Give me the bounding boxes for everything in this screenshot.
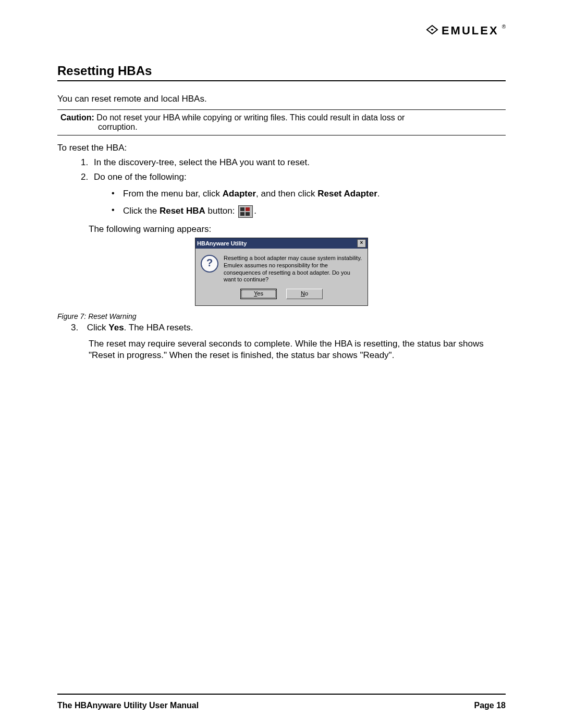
brand-logo-mark-icon [426,24,438,37]
opt1-bold2: Reset Adapter [317,189,377,199]
dialog-title: HBAnyware Utility [197,240,247,246]
opt1-pre: From the menu bar, click [123,189,223,199]
caution-line-2: corruption. [98,122,503,132]
footer-manual-title: The HBAnyware Utility User Manual [57,701,199,710]
step-2-option-button: Click the Reset HBA button: . [109,205,506,218]
caution-line-1: Caution: Do not reset your HBA while cop… [60,113,503,122]
figure-caption: Figure 7: Reset Warning [57,312,506,320]
opt1-post: . [377,189,380,199]
intro-text: You can reset remote and local HBAs. [57,94,506,104]
caution-text-1: Do not reset your HBA while copying or w… [94,113,405,122]
brand-logo: EMULEX ® [426,24,506,38]
opt2-post: . [254,206,256,216]
question-icon: ? [201,255,218,273]
dialog-message: Resetting a boot adapter may cause syste… [224,255,362,283]
step-2: Do one of the following: From the menu b… [91,172,506,218]
step-3-post: . The HBA resets. [124,323,193,332]
dialog-button-row: Yes No [195,287,368,305]
yes-rest: es [257,290,263,297]
page-footer: The HBAnyware Utility User Manual Page 1… [57,701,506,710]
no-rest: o [305,290,308,297]
step-3-bold: Yes [108,323,124,332]
opt1-bold1: Adapter [223,189,256,199]
footer-page-number: Page 18 [474,701,506,710]
no-accel: N [301,290,305,297]
dialog-close-button[interactable]: × [357,239,366,248]
step-3-number: 3. [71,323,84,333]
reset-hba-toolbar-icon [238,205,253,218]
caution-note: Caution: Do not reset your HBA while cop… [57,109,506,135]
step-2-option-menu: From the menu bar, click Adapter, and th… [109,189,506,199]
opt2-pre: Click the [123,206,160,216]
opt2-bold: Reset HBA [160,206,205,216]
step-3-pre: Click [87,323,109,332]
step-2-text: Do one of the following: [94,172,187,182]
step-1: In the discovery-tree, select the HBA yo… [91,157,506,168]
dialog-titlebar: HBAnyware Utility × [195,238,368,249]
document-page: EMULEX ® Resetting HBAs You can reset re… [0,0,563,728]
procedure-lead: To reset the HBA: [57,143,506,153]
footer-rule [57,694,506,695]
step-2-followup: The following warning appears: [89,224,506,235]
step-2-options: From the menu bar, click Adapter, and th… [109,189,506,218]
figure-dialog: HBAnyware Utility × ? Resetting a boot a… [195,238,368,306]
dialog-yes-button[interactable]: Yes [240,289,277,299]
warning-dialog: HBAnyware Utility × ? Resetting a boot a… [195,238,368,306]
procedure-steps: In the discovery-tree, select the HBA yo… [57,157,506,218]
caution-label: Caution: [60,113,94,122]
brand-logo-text: EMULEX [442,24,499,38]
dialog-no-button[interactable]: No [286,289,323,299]
step-3: 3. Click Yes. The HBA resets. [71,323,506,333]
brand-registered-mark: ® [502,24,506,30]
page-header: EMULEX ® [57,21,506,43]
dialog-body: ? Resetting a boot adapter may cause sys… [195,249,368,287]
section-heading: Resetting HBAs [57,64,506,81]
opt2-mid: button: [205,206,237,216]
opt1-mid: , and then click [256,189,317,199]
step-3-detail: The reset may require several seconds to… [89,338,506,361]
